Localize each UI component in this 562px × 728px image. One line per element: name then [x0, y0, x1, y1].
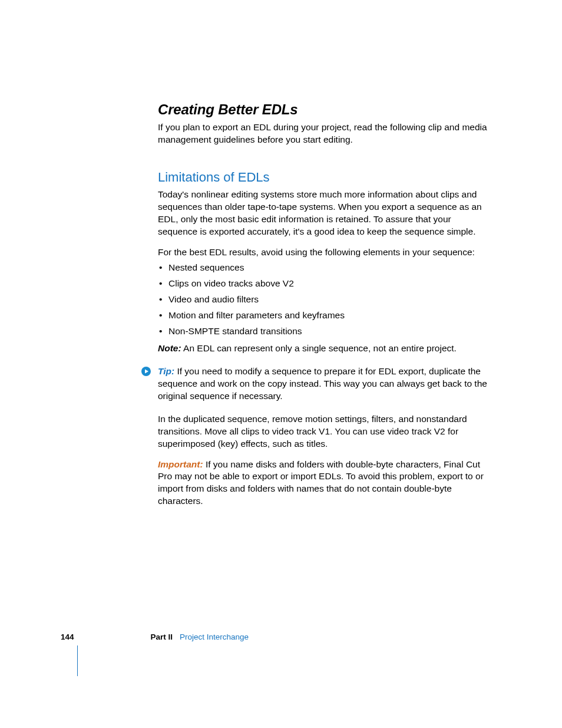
- note-text: An EDL can represent only a single seque…: [181, 343, 457, 353]
- list-item: Motion and filter parameters and keyfram…: [158, 309, 491, 322]
- section-heading: Creating Better EDLs: [158, 101, 491, 118]
- note-label: Note:: [158, 343, 181, 353]
- subsection-heading: Limitations of EDLs: [158, 170, 491, 185]
- important-label: Important:: [158, 459, 203, 469]
- body-paragraph: In the duplicated sequence, remove motio…: [158, 413, 491, 450]
- list-item: Non-SMPTE standard transitions: [158, 325, 491, 338]
- important-text: If you name disks and folders with doubl…: [158, 459, 484, 506]
- body-paragraph: Today's nonlinear editing systems store …: [158, 189, 491, 238]
- document-page: Creating Better EDLs If you plan to expo…: [0, 0, 562, 728]
- page-number: 144: [61, 633, 74, 641]
- tip-block: Tip: If you need to modify a sequence to…: [158, 365, 491, 403]
- list-item: Nested sequences: [158, 262, 491, 274]
- important-paragraph: Important: If you name disks and folders…: [158, 459, 491, 508]
- list-item: Clips on video tracks above V2: [158, 278, 491, 290]
- part-label: Part II: [151, 633, 173, 641]
- section-intro: If you plan to export an EDL during your…: [158, 121, 491, 146]
- page-footer: 144 Part II Project Interchange: [61, 633, 249, 641]
- list-intro: For the best EDL results, avoid using th…: [158, 246, 491, 259]
- tip-label: Tip:: [158, 366, 174, 376]
- list-item: Video and audio filters: [158, 294, 491, 306]
- tip-paragraph: Tip: If you need to modify a sequence to…: [158, 365, 491, 403]
- note-paragraph: Note: An EDL can represent only a single…: [158, 342, 491, 355]
- part-title: Project Interchange: [180, 633, 249, 641]
- play-icon: [141, 367, 151, 376]
- tip-text: If you need to modify a sequence to prep…: [158, 366, 487, 401]
- content-area: Creating Better EDLs If you plan to expo…: [158, 101, 491, 508]
- bullet-list: Nested sequences Clips on video tracks a…: [158, 262, 491, 338]
- footer-rule: [77, 645, 78, 676]
